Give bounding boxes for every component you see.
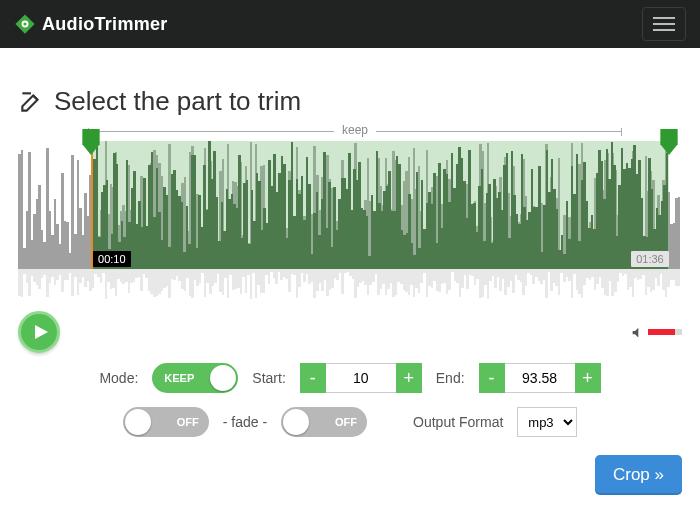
volume-control[interactable] <box>631 326 682 339</box>
play-button[interactable] <box>18 311 60 353</box>
brand-text: AudioTrimmer <box>42 14 168 35</box>
start-label: Start: <box>252 370 285 386</box>
start-time-badge: 00:10 <box>93 251 131 267</box>
end-label: End: <box>436 370 465 386</box>
brand[interactable]: AudioTrimmer <box>14 13 168 35</box>
fade-in-toggle[interactable]: OFF <box>123 407 209 437</box>
page-title: Select the part to trim <box>18 86 682 117</box>
edit-icon <box>18 89 44 115</box>
fade-label: - fade - <box>223 414 267 430</box>
trim-handle-start[interactable] <box>80 129 102 155</box>
crop-button[interactable]: Crop » <box>595 455 682 495</box>
trim-handle-end[interactable] <box>658 129 680 155</box>
format-label: Output Format <box>413 414 503 430</box>
start-increment[interactable]: + <box>396 363 422 393</box>
fade-out-toggle[interactable]: OFF <box>281 407 367 437</box>
menu-button[interactable] <box>642 7 686 41</box>
svg-point-2 <box>23 22 26 25</box>
format-select[interactable]: mp3 <box>517 407 577 437</box>
end-time-badge: 01:36 <box>631 251 669 267</box>
end-increment[interactable]: + <box>575 363 601 393</box>
mode-label: Mode: <box>99 370 138 386</box>
volume-icon <box>631 326 644 339</box>
navbar: AudioTrimmer <box>0 0 700 48</box>
end-decrement[interactable]: - <box>479 363 505 393</box>
start-stepper: - + <box>300 363 422 393</box>
waveform[interactable]: 00:10 01:36 <box>18 141 682 269</box>
start-decrement[interactable]: - <box>300 363 326 393</box>
keep-label: keep <box>334 123 376 137</box>
start-input[interactable] <box>326 363 396 393</box>
logo-icon <box>14 13 36 35</box>
end-stepper: - + <box>479 363 601 393</box>
keep-bracket: keep <box>88 123 622 139</box>
mode-toggle[interactable]: KEEP <box>152 363 238 393</box>
play-icon <box>33 324 49 340</box>
end-input[interactable] <box>505 363 575 393</box>
controls-panel: Mode: KEEP Start: - + End: - + OFF - fad… <box>18 363 682 437</box>
